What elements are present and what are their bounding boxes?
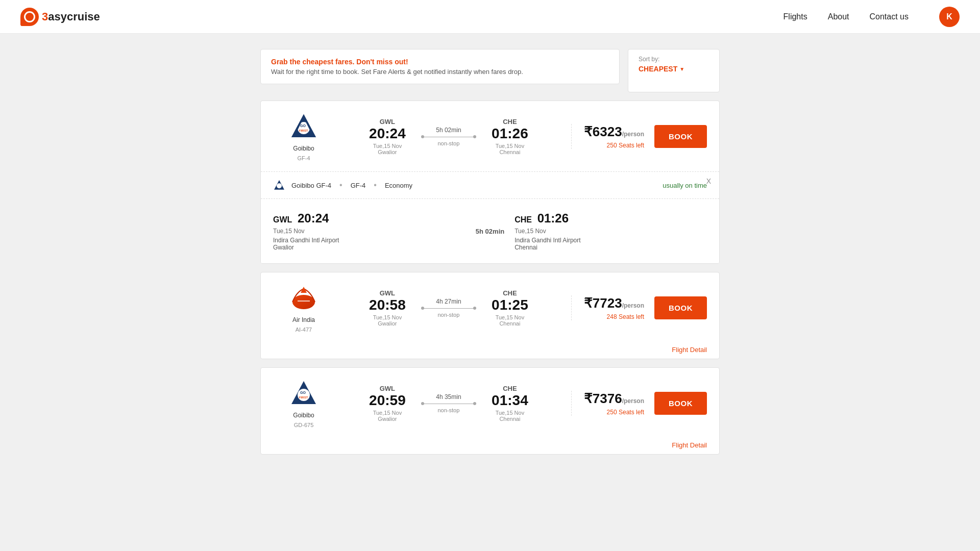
stop-type-3: non-stop (421, 407, 476, 413)
airline-name-3: Goibibo (293, 412, 314, 419)
arr-date-1: Tue,15 Nov (484, 143, 535, 149)
price-amount-1: ₹6323/person (584, 124, 644, 139)
price-amount-2: ₹7723/person (584, 295, 644, 311)
airline-code-1: GF-4 (297, 155, 310, 161)
arrival-block-2: CHE 01:25 Tue,15 Nov Chennai (484, 289, 535, 327)
exp-arrival-1: CHE 01:26 Tue,15 Nov Indira Gandhi Intl … (514, 211, 707, 251)
nav-contact[interactable]: Contact us (870, 12, 909, 21)
airline-info-1: GO FIRST Goibibo GF-4 (273, 111, 334, 161)
flight-detail-link-3[interactable]: Flight Detail (261, 438, 719, 454)
svg-text:GO: GO (300, 391, 306, 394)
price-amount-3: ₹7376/person (584, 391, 644, 406)
airline-name-1: Goibibo (293, 145, 314, 152)
expanded-flight-class-1: GF-4 (351, 182, 366, 189)
flight-main-3: GO FIRST Goibibo GD-675 GWL 20:59 Tue,15… (261, 368, 719, 438)
arr-iata-2: CHE (484, 289, 535, 297)
arr-iata-3: CHE (484, 385, 535, 392)
svg-point-7 (292, 295, 315, 309)
expanded-body-1: GWL 20:24 Tue,15 Nov Indira Gandhi Intl … (261, 199, 719, 263)
logo[interactable]: 3asycruise (20, 8, 783, 26)
arr-city-2: Chennai (484, 320, 535, 327)
arr-time-2: 01:25 (484, 297, 535, 313)
expanded-header-1: Goibibo GF-4 • GF-4 • Economy usually on… (261, 172, 719, 199)
exp-arr-airport-1: Indira Gandhi Intl Airport (514, 237, 707, 244)
book-button-1[interactable]: BOOK (654, 125, 707, 148)
flight-times-2: GWL 20:58 Tue,15 Nov Gwalior 4h 27min no… (334, 289, 563, 327)
flight-expanded-1: X Goibibo GF-4 • GF-4 • Economy usually … (261, 171, 719, 263)
expanded-logo-1 (273, 179, 285, 191)
price-block-3: ₹7376/person 250 Seats left BOOK (571, 391, 707, 416)
arrival-block-1: CHE 01:26 Tue,15 Nov Chennai (484, 118, 535, 155)
stop-type-1: non-stop (421, 140, 476, 146)
user-avatar[interactable]: K (939, 7, 960, 27)
dep-time-3: 20:59 (362, 392, 413, 409)
fare-banner-subtitle: Wait for the right time to book. Set Far… (271, 68, 523, 76)
arr-city-1: Chennai (484, 149, 535, 155)
fare-alert-banner: Grab the cheapest fares. Don't miss out!… (260, 49, 620, 84)
flight-main-2: Air India AI-477 GWL 20:58 Tue,15 Nov Gw… (261, 272, 719, 343)
price-block-1: ₹6323/person 250 Seats left BOOK (571, 124, 707, 149)
navbar: 3asycruise Flights About Contact us K (0, 0, 980, 34)
duration-text-1: 5h 02min (421, 127, 476, 134)
duration-block-1: 5h 02min non-stop (413, 127, 484, 146)
sort-label: Sort by: (639, 56, 709, 63)
dep-date-3: Tue,15 Nov (362, 410, 413, 416)
svg-text:FIRST: FIRST (299, 129, 308, 132)
dep-date-1: Tue,15 Nov (362, 143, 413, 149)
flight-card-3: GO FIRST Goibibo GD-675 GWL 20:59 Tue,15… (260, 367, 720, 455)
price-info-3: ₹7376/person 250 Seats left (584, 391, 644, 416)
airline-logo-3: GO FIRST (288, 378, 319, 409)
price-info-2: ₹7723/person 248 Seats left (584, 295, 644, 320)
arr-time-3: 01:34 (484, 392, 535, 409)
price-block-2: ₹7723/person 248 Seats left BOOK (571, 295, 707, 320)
sort-box: Sort by: CHEAPEST (628, 49, 720, 92)
book-button-3[interactable]: BOOK (654, 392, 707, 415)
flight-times-3: GWL 20:59 Tue,15 Nov Gwalior 4h 35min no… (334, 385, 563, 422)
exp-dep-iata-time-1: GWL 20:24 (273, 211, 465, 226)
flight-main-1: GO FIRST Goibibo GF-4 GWL 20:24 Tue,15 N… (261, 101, 719, 171)
main-content: Grab the cheapest fares. Don't miss out!… (260, 34, 720, 478)
book-button-2[interactable]: BOOK (654, 296, 707, 319)
dep-city-3: Gwalior (362, 416, 413, 422)
exp-duration-1: 5h 02min (465, 228, 514, 235)
seats-left-2: 248 Seats left (584, 313, 644, 320)
dep-time-2: 20:58 (362, 297, 413, 313)
duration-line-1 (421, 137, 476, 137)
nav-flights[interactable]: Flights (783, 12, 807, 21)
dep-city-2: Gwalior (362, 320, 413, 327)
dep-iata-2: GWL (362, 289, 413, 297)
airline-info-3: GO FIRST Goibibo GD-675 (273, 378, 334, 428)
arr-date-3: Tue,15 Nov (484, 410, 535, 416)
flight-card-1: GO FIRST Goibibo GF-4 GWL 20:24 Tue,15 N… (260, 101, 720, 264)
arrival-block-3: CHE 01:34 Tue,15 Nov Chennai (484, 385, 535, 422)
sort-dropdown[interactable]: CHEAPEST (639, 65, 709, 73)
dep-city-1: Gwalior (362, 149, 413, 155)
airline-code-3: GD-675 (294, 422, 314, 428)
departure-block-2: GWL 20:58 Tue,15 Nov Gwalior (362, 289, 413, 327)
departure-block-3: GWL 20:59 Tue,15 Nov Gwalior (362, 385, 413, 422)
seats-left-3: 250 Seats left (584, 409, 644, 416)
fare-banner-text: Grab the cheapest fares. Don't miss out!… (271, 58, 523, 76)
exp-departure-1: GWL 20:24 Tue,15 Nov Indira Gandhi Intl … (273, 211, 465, 251)
flight-detail-link-2[interactable]: Flight Detail (261, 343, 719, 359)
airline-logo-2 (288, 283, 319, 313)
dep-iata-3: GWL (362, 385, 413, 392)
arr-date-2: Tue,15 Nov (484, 314, 535, 320)
airline-code-2: AI-477 (296, 327, 312, 333)
airline-info-2: Air India AI-477 (273, 283, 334, 333)
flight-card-2: Air India AI-477 GWL 20:58 Tue,15 Nov Gw… (260, 272, 720, 359)
logo-text: 3asycruise (42, 10, 100, 23)
bullet-2: • (374, 181, 377, 190)
departure-block-1: GWL 20:24 Tue,15 Nov Gwalior (362, 118, 413, 155)
svg-point-6 (277, 183, 282, 188)
svg-text:GO: GO (300, 124, 306, 128)
stop-type-2: non-stop (421, 312, 476, 318)
exp-arr-date-1: Tue,15 Nov (514, 228, 707, 235)
exp-dep-city-1: Gwalior (273, 244, 465, 251)
exp-arr-city-1: Chennai (514, 244, 707, 251)
airline-name-2: Air India (292, 316, 315, 323)
close-button-1[interactable]: X (706, 177, 711, 185)
expanded-cabin-1: Economy (385, 182, 412, 189)
nav-about[interactable]: About (828, 12, 849, 21)
on-time-1: usually on time (663, 182, 707, 189)
